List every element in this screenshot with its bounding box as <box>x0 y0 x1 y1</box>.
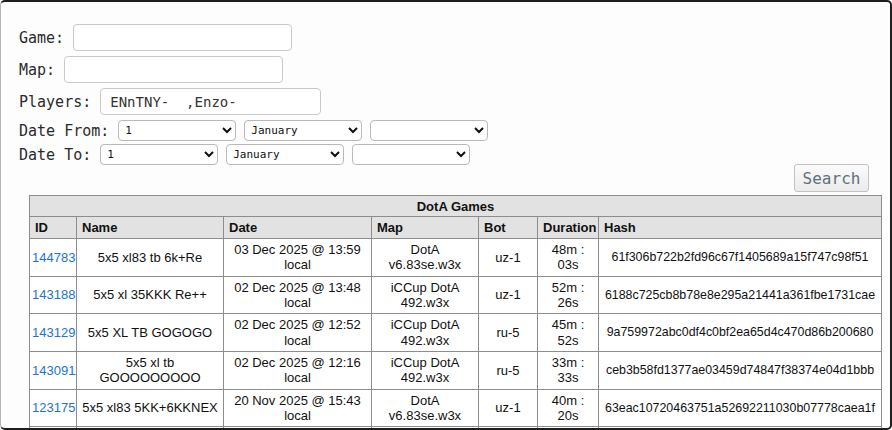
game-hash-cell: ceb3b58fd1377ae03459d74847f38374e04d1bbb <box>599 351 882 389</box>
game-duration-cell: 52m : 26s <box>538 276 599 314</box>
app-window: Game: Map: Players: Date From: 1 January… <box>0 0 892 430</box>
col-header-id: ID <box>30 217 77 239</box>
game-duration-cell: 45m : 52s <box>538 314 599 352</box>
game-map-cell: iCCup DotA 492.w3x <box>372 314 479 352</box>
map-label: Map: <box>19 61 55 79</box>
game-duration-cell: 48m : 03s <box>538 239 599 277</box>
game-bot-cell: ru-5 <box>479 351 538 389</box>
game-date-cell: 20 Nov 2025 @ 15:43 local <box>224 389 372 427</box>
game-duration-cell: 40m : 20s <box>538 389 599 427</box>
game-id-link[interactable]: 1430911 <box>32 363 77 378</box>
table-header-row: ID Name Date Map Bot Duration Hash <box>30 217 882 239</box>
col-header-hash: Hash <box>599 217 882 239</box>
date-from-label: Date From: <box>19 122 109 140</box>
game-hash-cell: 61f306b722b2fd96c67f1405689a15f747c98f51 <box>599 239 882 277</box>
game-bot-cell: uz-1 <box>479 389 538 427</box>
game-id-cell: 1431293 <box>30 314 77 352</box>
game-hash-cell: 9a759972abc0df4c0bf2ea65d4c470d86b200680 <box>599 314 882 352</box>
game-id-link[interactable]: 1431293 <box>32 325 77 340</box>
game-map-cell: iCCup DotA 492.w3x <box>372 351 479 389</box>
date-to-month-select[interactable]: January <box>226 144 344 165</box>
col-header-date: Date <box>224 217 372 239</box>
search-button-row: Search <box>1 164 869 192</box>
game-name-cell: 5x5 xl 35KKK Re++ <box>77 276 224 314</box>
game-name-cell: 5x5 xl tb GOOOOOOOOO <box>77 351 224 389</box>
game-name-cell: 5x5 xl83 5KK+6KKNEX <box>77 389 224 427</box>
date-from-day-select[interactable]: 1 <box>118 120 236 141</box>
game-id-cell: 1430911 <box>30 351 77 389</box>
games-table: DotA Games ID Name Date Map Bot Duration… <box>29 195 882 430</box>
search-form: Game: Map: Players: Date From: 1 January… <box>1 2 890 430</box>
game-map-cell: iCCup DotA 492.w3x <box>372 276 479 314</box>
game-id-link[interactable]: 1431884 <box>32 287 77 302</box>
date-from-year-select[interactable] <box>370 120 488 141</box>
map-field-row: Map: <box>19 56 890 83</box>
game-id-link[interactable]: 1231752 <box>32 400 77 415</box>
date-to-day-select[interactable]: 1 <box>100 144 218 165</box>
game-bot-cell: uz-1 <box>479 239 538 277</box>
game-bot-cell: uz-1 <box>479 276 538 314</box>
players-field-row: Players: <box>19 88 890 115</box>
map-input[interactable] <box>64 56 283 83</box>
players-input[interactable] <box>100 88 321 115</box>
games-table-body: 1447830 5x5 xl83 tb 6k+Re 03 Dec 2025 @ … <box>30 239 882 430</box>
search-button[interactable]: Search <box>794 164 869 192</box>
game-duration-cell: 33m : 33s <box>538 351 599 389</box>
game-hash-cell: 6188c725cb8b78e8e295a21441a361fbe1731cae <box>599 276 882 314</box>
col-header-duration: Duration <box>538 217 599 239</box>
game-date-cell: 02 Dec 2025 @ 12:16 local <box>224 351 372 389</box>
table-row: 1431884 5x5 xl 35KKK Re++ 02 Dec 2025 @ … <box>30 276 882 314</box>
table-row: 1431293 5x5 XL TB GOGOGO 02 Dec 2025 @ 1… <box>30 314 882 352</box>
game-bot-cell: ru-5 <box>479 314 538 352</box>
date-to-label: Date To: <box>19 146 91 164</box>
table-row: 1447830 5x5 xl83 tb 6k+Re 03 Dec 2025 @ … <box>30 239 882 277</box>
game-id-cell: 1431884 <box>30 276 77 314</box>
game-id-cell: 1231752 <box>30 389 77 427</box>
table-row: 1231752 5x5 xl83 5KK+6KKNEX 20 Nov 2025 … <box>30 389 882 427</box>
table-title-row: DotA Games <box>30 196 882 217</box>
date-to-year-select[interactable] <box>352 144 470 165</box>
players-label: Players: <box>19 93 91 111</box>
game-name-cell: 5x5 XL TB GOGOGO <box>77 314 224 352</box>
game-label: Game: <box>19 29 64 47</box>
col-header-name: Name <box>77 217 224 239</box>
game-date-cell: 02 Dec 2025 @ 13:48 local <box>224 276 372 314</box>
game-date-cell: 03 Dec 2025 @ 13:59 local <box>224 239 372 277</box>
date-to-row: Date To: 1 January <box>19 144 890 165</box>
game-name-cell: 5x5 xl83 tb 6k+Re <box>77 239 224 277</box>
game-field-row: Game: <box>19 24 890 51</box>
game-hash-cell: 63eac10720463751a52692211030b07778caea1f <box>599 389 882 427</box>
game-id-cell: 1447830 <box>30 239 77 277</box>
col-header-bot: Bot <box>479 217 538 239</box>
game-id-link[interactable]: 1447830 <box>32 250 77 265</box>
date-from-row: Date From: 1 January <box>19 120 890 141</box>
date-from-month-select[interactable]: January <box>244 120 362 141</box>
game-map-cell: DotA v6.83se.w3x <box>372 239 479 277</box>
game-map-cell: DotA v6.83se.w3x <box>372 389 479 427</box>
game-date-cell: 02 Dec 2025 @ 12:52 local <box>224 314 372 352</box>
table-title: DotA Games <box>30 196 882 217</box>
game-input[interactable] <box>73 24 292 51</box>
table-row: 1430911 5x5 xl tb GOOOOOOOOO 02 Dec 2025… <box>30 351 882 389</box>
col-header-map: Map <box>372 217 479 239</box>
